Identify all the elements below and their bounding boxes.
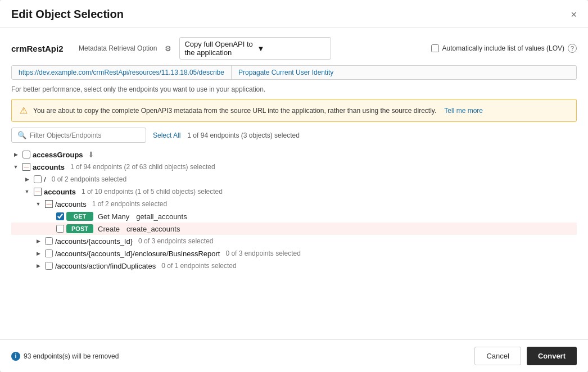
node-label: /accounts/{accounts_Id} bbox=[55, 237, 133, 246]
modal-footer: i 93 endpoints(s) will be removed Cancel… bbox=[0, 339, 588, 372]
url-bar: https://dev.example.com/crmRestApi/resou… bbox=[11, 65, 577, 80]
edit-object-selection-modal: Edit Object Selection × crmRestApi2 Meta… bbox=[0, 0, 588, 372]
node-label: /accounts/{accounts_Id}/enclosure/Busine… bbox=[55, 249, 220, 258]
tree-area: ▶ accessGroups ⬇ ▼ accounts 1 of 94 endp… bbox=[11, 148, 577, 330]
tree-row[interactable]: ▼ accounts 1 of 10 endpoints (1 of 5 chi… bbox=[11, 185, 577, 198]
node-label: accounts bbox=[44, 188, 76, 196]
tree-row[interactable]: GET Get Many getall_accounts bbox=[11, 210, 577, 223]
lov-row: Automatically include list of values (LO… bbox=[431, 44, 577, 53]
search-input[interactable] bbox=[30, 131, 140, 139]
select-all-button[interactable]: Select All bbox=[153, 131, 180, 139]
chevron-down-icon: ▼ bbox=[257, 44, 326, 53]
chevron-down-icon: ▼ bbox=[34, 199, 43, 208]
node-label: /accounts/action/findDuplicates bbox=[55, 262, 156, 270]
node-count: 0 of 3 endpoints selected bbox=[138, 237, 213, 245]
tell-more-link[interactable]: Tell me more bbox=[444, 107, 483, 115]
node-label: accessGroups bbox=[33, 151, 83, 159]
tree-row[interactable]: ▶ /accounts/{accounts_Id} 0 of 3 endpoin… bbox=[11, 235, 577, 247]
node-label: /accounts bbox=[55, 200, 87, 208]
close-button[interactable]: × bbox=[571, 10, 577, 20]
warning-box: ⚠ You are about to copy the complete Ope… bbox=[11, 99, 577, 122]
accounts-sub-checkbox[interactable] bbox=[34, 188, 42, 196]
search-bar-row: 🔍 Select All 1 of 94 endpoints (3 object… bbox=[11, 128, 577, 143]
method-post-badge: POST bbox=[66, 224, 93, 233]
gear-icon[interactable]: ⚙ bbox=[162, 43, 174, 54]
accounts-action-checkbox[interactable] bbox=[45, 262, 53, 270]
export-icon[interactable]: ⬇ bbox=[88, 150, 94, 159]
tree-row[interactable]: POST Create create_accounts bbox=[11, 223, 577, 235]
endpoints-count: 1 of 94 endpoints (3 objects) selected bbox=[187, 131, 299, 139]
propagate-button[interactable]: Propagate Current User Identity bbox=[232, 66, 340, 79]
footer-buttons: Cancel Convert bbox=[474, 347, 577, 365]
chevron-right-icon: ▶ bbox=[22, 175, 31, 184]
cancel-button[interactable]: Cancel bbox=[474, 347, 521, 365]
lov-checkbox[interactable] bbox=[431, 44, 439, 52]
chevron-right-icon: ▶ bbox=[34, 249, 43, 258]
lov-label: Automatically include list of values (LO… bbox=[442, 44, 564, 52]
accounts-enclosure-checkbox[interactable] bbox=[45, 249, 53, 257]
get-many-checkbox[interactable] bbox=[56, 212, 64, 220]
node-label: accounts bbox=[33, 163, 65, 171]
node-count: 0 of 1 endpoints selected bbox=[161, 262, 236, 270]
node-label: / bbox=[44, 175, 46, 184]
footer-info-text: 93 endpoints(s) will be removed bbox=[24, 352, 119, 360]
post-create-checkbox[interactable] bbox=[56, 225, 64, 233]
help-icon[interactable]: ? bbox=[568, 44, 577, 53]
node-count: 1 of 94 endpoints (2 of 63 child objects… bbox=[70, 163, 215, 171]
chevron-right-icon: ▶ bbox=[11, 150, 20, 159]
info-icon: i bbox=[11, 352, 20, 361]
node-count: 1 of 2 endpoints selected bbox=[92, 200, 167, 208]
accessgroups-checkbox[interactable] bbox=[22, 151, 30, 158]
accounts-path-checkbox[interactable] bbox=[45, 200, 53, 208]
metadata-label: Metadata Retrieval Option bbox=[79, 44, 157, 52]
config-row: crmRestApi2 Metadata Retrieval Option ⚙ … bbox=[11, 37, 577, 60]
node-count: 0 of 2 endpoints selected bbox=[52, 175, 126, 183]
tree-row[interactable]: ▶ accessGroups ⬇ bbox=[11, 148, 577, 161]
chevron-right-icon: ▶ bbox=[34, 261, 43, 270]
method-label: Create bbox=[98, 225, 120, 233]
modal-header: Edit Object Selection × bbox=[0, 0, 588, 28]
footer-info: i 93 endpoints(s) will be removed bbox=[11, 352, 119, 361]
convert-button[interactable]: Convert bbox=[527, 347, 577, 365]
search-icon: 🔍 bbox=[17, 131, 26, 139]
modal-body: crmRestApi2 Metadata Retrieval Option ⚙ … bbox=[0, 28, 588, 339]
chevron-down-icon: ▼ bbox=[11, 162, 20, 171]
modal-title: Edit Object Selection bbox=[11, 8, 124, 21]
chevron-down-icon: ▼ bbox=[22, 187, 31, 196]
tree-row[interactable]: ▼ accounts 1 of 94 endpoints (2 of 63 ch… bbox=[11, 161, 577, 173]
slash-checkbox[interactable] bbox=[34, 175, 42, 183]
tree-row[interactable]: ▶ /accounts/{accounts_Id}/enclosure/Busi… bbox=[11, 247, 577, 260]
method-label: Get Many bbox=[98, 212, 129, 221]
hint-text: For better performance, select only the … bbox=[11, 85, 577, 93]
warning-message: You are about to copy the complete OpenA… bbox=[33, 107, 436, 115]
accounts-id-checkbox[interactable] bbox=[45, 237, 53, 245]
accounts-root-checkbox[interactable] bbox=[22, 163, 30, 171]
metadata-option-text: Copy full OpenAPI to the application bbox=[184, 40, 254, 57]
search-input-wrap: 🔍 bbox=[11, 128, 146, 143]
tree-row[interactable]: ▶ /accounts/action/findDuplicates 0 of 1… bbox=[11, 260, 577, 272]
url-text[interactable]: https://dev.example.com/crmRestApi/resou… bbox=[12, 66, 232, 79]
node-count: 0 of 3 endpoints selected bbox=[225, 249, 300, 257]
warning-icon: ⚠ bbox=[20, 105, 28, 116]
tree-row[interactable]: ▼ /accounts 1 of 2 endpoints selected bbox=[11, 198, 577, 210]
operation-id: create_accounts bbox=[126, 225, 180, 233]
tree-row[interactable]: ▶ / 0 of 2 endpoints selected bbox=[11, 173, 577, 185]
chevron-right-icon: ▶ bbox=[34, 237, 43, 246]
method-get-badge: GET bbox=[66, 212, 93, 221]
api-name: crmRestApi2 bbox=[11, 44, 73, 53]
operation-id: getall_accounts bbox=[136, 212, 187, 221]
metadata-dropdown[interactable]: Copy full OpenAPI to the application ▼ bbox=[179, 37, 331, 60]
node-count: 1 of 10 endpoints (1 of 5 child objects)… bbox=[82, 188, 223, 196]
